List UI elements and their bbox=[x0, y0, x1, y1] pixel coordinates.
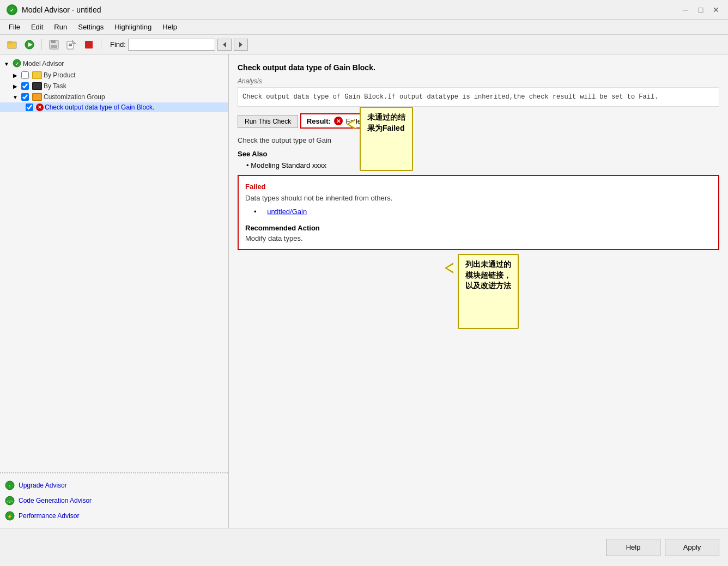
export-button[interactable] bbox=[64, 38, 79, 52]
save-button[interactable] bbox=[46, 38, 62, 52]
find-input[interactable] bbox=[128, 39, 215, 51]
checkbox-check[interactable] bbox=[26, 104, 33, 111]
check-subtitle: Check the output type of Gain bbox=[238, 136, 719, 144]
toolbar: Find: bbox=[0, 35, 728, 54]
run-this-check-button[interactable]: Run This Check bbox=[238, 115, 298, 128]
code-gen-advisor-label: Code Generation Advisor bbox=[19, 497, 92, 504]
recommended-title: Recommended Action bbox=[245, 224, 712, 232]
tree-toggle-by-task[interactable]: ▶ bbox=[11, 82, 20, 90]
stop-button[interactable] bbox=[81, 38, 96, 52]
result-error-icon: ✕ bbox=[334, 117, 343, 125]
result-label: Result: bbox=[307, 117, 331, 125]
tree-area: ▼ ✓ Model Advisor ▶ By Product bbox=[0, 54, 228, 472]
performance-advisor-item[interactable]: ⚡ Performance Advisor bbox=[0, 508, 228, 524]
checkbox-customization[interactable] bbox=[21, 93, 29, 101]
tree-root[interactable]: ▼ ✓ Model Advisor bbox=[0, 58, 228, 70]
tree-toggle-root[interactable]: ▼ bbox=[2, 59, 11, 68]
left-panel: ▼ ✓ Model Advisor ▶ By Product bbox=[0, 54, 229, 528]
menu-run[interactable]: Run bbox=[50, 22, 71, 32]
maximize-button[interactable]: □ bbox=[695, 4, 706, 15]
separator-1 bbox=[41, 39, 42, 50]
tree-item-by-product[interactable]: ▶ By Product bbox=[0, 70, 228, 81]
tree-toggle-customization[interactable]: ▼ bbox=[11, 93, 20, 101]
tree-label-check: Check output data type of Gain Block. bbox=[45, 104, 154, 111]
apply-button[interactable]: Apply bbox=[665, 539, 719, 556]
upgrade-advisor-icon: ↑ bbox=[4, 480, 15, 491]
error-badge: ✕ bbox=[36, 104, 44, 111]
upgrade-advisor-item[interactable]: ↑ Upgrade Advisor bbox=[0, 478, 228, 493]
open-button[interactable] bbox=[4, 38, 20, 52]
bottom-bar: Help Apply bbox=[0, 528, 728, 566]
svg-text:⚡: ⚡ bbox=[7, 514, 13, 519]
folder-icon-customization bbox=[32, 93, 42, 101]
menu-edit[interactable]: Edit bbox=[27, 22, 47, 32]
tree-label-by-task: By Task bbox=[44, 82, 66, 90]
window-title: Model Advisor - untitled bbox=[22, 5, 101, 14]
left-bottom: ↑ Upgrade Advisor </> Code Generation Ad… bbox=[0, 472, 228, 528]
svg-rect-7 bbox=[51, 40, 56, 43]
recommended-text: Modify data types. bbox=[245, 234, 712, 242]
menu-help[interactable]: Help bbox=[158, 22, 181, 32]
failed-title: Failed bbox=[245, 182, 712, 191]
tree-root-label: Model Advisor bbox=[23, 60, 64, 68]
find-label: Find: bbox=[110, 40, 126, 48]
checkbox-by-task[interactable] bbox=[21, 82, 29, 90]
tree-label-customization: Customization Group bbox=[44, 93, 105, 101]
see-also-item: • Modeling Standard xxxx bbox=[246, 161, 719, 169]
tree-item-by-task[interactable]: ▶ By Task bbox=[0, 81, 228, 92]
svg-text:</>: </> bbox=[7, 500, 13, 503]
tree-label-by-product: By Product bbox=[44, 71, 76, 79]
performance-advisor-label: Performance Advisor bbox=[19, 512, 79, 520]
minimize-button[interactable]: ─ bbox=[680, 4, 691, 15]
performance-advisor-icon: ⚡ bbox=[4, 510, 15, 521]
app-icon: ✓ bbox=[7, 4, 17, 15]
run-button[interactable] bbox=[22, 38, 37, 52]
svg-text:✓: ✓ bbox=[10, 8, 14, 13]
callout-failed-result: 未通过的结果为Failed bbox=[360, 107, 413, 171]
svg-rect-8 bbox=[51, 45, 57, 48]
code-gen-advisor-icon: </> bbox=[4, 495, 15, 506]
help-button[interactable]: Help bbox=[606, 539, 660, 556]
see-also-heading: See Also bbox=[238, 150, 719, 158]
close-button[interactable]: ✕ bbox=[711, 4, 721, 15]
analysis-label: Analysis bbox=[238, 77, 719, 85]
menu-bar: File Edit Run Settings Highlighting Help bbox=[0, 20, 728, 35]
svg-marker-14 bbox=[239, 42, 242, 47]
svg-marker-13 bbox=[223, 42, 226, 47]
code-gen-advisor-item[interactable]: </> Code Generation Advisor bbox=[0, 493, 228, 508]
check-title: Check output data type of Gain Block. bbox=[238, 63, 719, 72]
failed-desc: Data types should not be inherited from … bbox=[245, 194, 712, 202]
analysis-text: Check output data type of Gain Block.If … bbox=[238, 87, 719, 107]
nav-back-button[interactable] bbox=[217, 39, 232, 51]
callout-failed-modules: 列出未通过的模块超链接，以及改进方法 bbox=[458, 254, 519, 329]
tree-item-check[interactable]: ✕ Check output data type of Gain Block. bbox=[0, 102, 228, 112]
upgrade-advisor-label: Upgrade Advisor bbox=[19, 482, 67, 489]
tree-item-customization[interactable]: ▼ Customization Group bbox=[0, 92, 228, 102]
svg-text:↑: ↑ bbox=[9, 483, 11, 489]
menu-file[interactable]: File bbox=[4, 22, 25, 32]
failed-box: Failed Data types should not be inherite… bbox=[238, 175, 719, 250]
svg-rect-12 bbox=[85, 41, 93, 48]
nav-forward-button[interactable] bbox=[234, 39, 248, 51]
separator-2 bbox=[101, 39, 101, 50]
menu-highlighting[interactable]: Highlighting bbox=[110, 22, 156, 32]
svg-rect-3 bbox=[8, 41, 11, 43]
folder-icon-by-product bbox=[32, 71, 42, 79]
title-bar: ✓ Model Advisor - untitled ─ □ ✕ bbox=[0, 0, 728, 20]
menu-settings[interactable]: Settings bbox=[74, 22, 108, 32]
tree-toggle-by-product[interactable]: ▶ bbox=[11, 71, 20, 80]
svg-text:✓: ✓ bbox=[15, 62, 19, 66]
failed-link[interactable]: untitled/Gain bbox=[267, 208, 307, 216]
folder-icon-by-task bbox=[32, 82, 42, 90]
checkbox-by-product[interactable] bbox=[21, 71, 29, 79]
